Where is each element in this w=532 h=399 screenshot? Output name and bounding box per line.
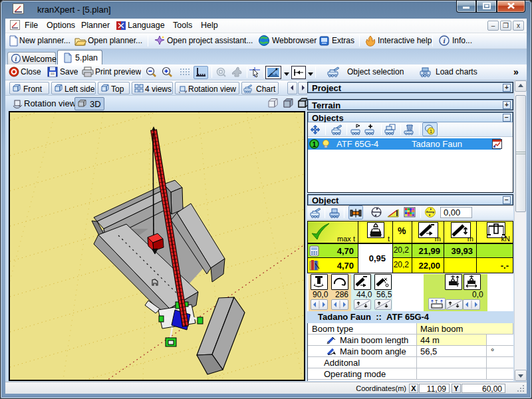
svg-text:1: 1 [430, 128, 433, 134]
svg-text:T: T [435, 299, 438, 304]
svg-text:1: 1 [313, 141, 317, 148]
svg-text:i: i [15, 55, 17, 63]
